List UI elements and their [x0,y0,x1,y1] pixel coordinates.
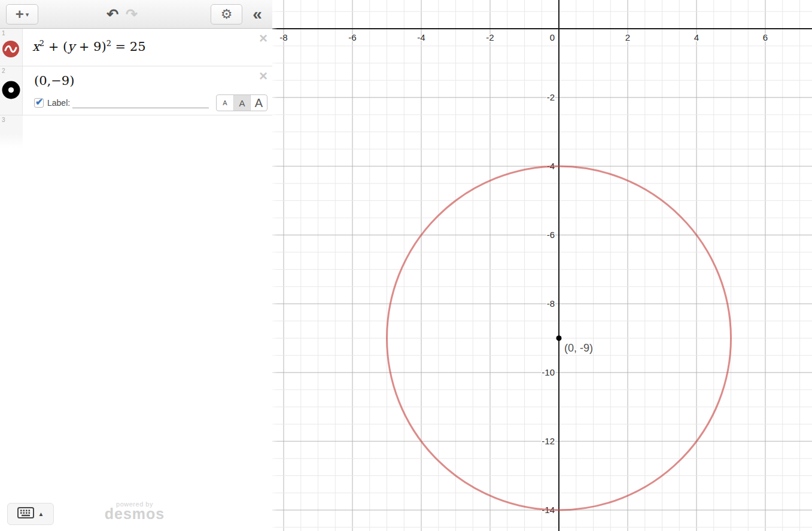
toolbar: + ▾ ↶ ↷ ⚙ « [0,0,272,29]
expression-row-3-empty[interactable]: 3 [0,115,272,148]
row-index: 1 [2,30,5,36]
label-size-button[interactable]: A [233,95,250,111]
svg-text:-4: -4 [417,32,425,42]
graph-canvas[interactable]: -8-6-4-20246-2-4-6-8-10-12-14(0, -9) [268,0,812,531]
undo-button[interactable]: ↶ [103,5,122,24]
svg-text:2: 2 [625,32,630,42]
equation-text[interactable]: x2 + (y + 9)2 = 25 [32,39,146,54]
redo-icon: ↷ [126,6,138,23]
desmos-logo-text: desmos [93,508,177,520]
show-keyboard-button[interactable]: ▲ [7,503,54,525]
svg-text:-6: -6 [547,230,555,240]
expression-row-1[interactable]: 1 x2 + (y + 9)2 = 25 × [0,29,272,66]
undo-icon: ↶ [107,6,118,23]
svg-text:0: 0 [550,32,555,42]
label-size-button[interactable]: A [217,95,233,111]
plus-icon: + [16,7,24,22]
point-style-icon[interactable] [2,81,20,102]
svg-text:-2: -2 [547,92,555,102]
checkmark-icon: ✔ [35,96,43,108]
label-input[interactable] [72,97,209,108]
collapse-panel-button[interactable]: « [245,2,269,26]
svg-text:-8: -8 [279,32,287,42]
svg-text:6: 6 [763,32,768,42]
expression-row-2[interactable]: 2 (0,−9) × ✔ Label: [0,66,272,115]
graph-settings-button[interactable]: ⚙ [211,4,242,25]
label-options-row: ✔ Label: A A A [34,95,267,111]
row-index: 2 [2,68,5,74]
desmos-watermark: powered by desmos [93,501,177,520]
curve-color-icon[interactable] [2,40,20,60]
label-size-button[interactable]: A [250,95,267,111]
add-expression-button[interactable]: + ▾ [6,4,38,25]
label-size-group: A A A [216,94,267,111]
chevron-up-icon: ▲ [38,511,44,517]
svg-text:-12: -12 [542,436,555,446]
chevrons-left-icon: « [253,5,262,24]
label-checkbox[interactable]: ✔ [34,98,44,108]
point-text[interactable]: (0,−9) [34,74,74,88]
chevron-down-icon: ▾ [26,11,29,19]
redo-button[interactable]: ↷ [122,5,141,24]
expression-content[interactable]: (0,−9) × ✔ Label: A A A [23,66,272,115]
gear-icon: ⚙ [221,7,233,22]
svg-text:-8: -8 [547,298,555,309]
close-icon[interactable]: × [259,69,267,83]
expression-content[interactable]: x2 + (y + 9)2 = 25 × [23,29,272,66]
svg-text:(0, -9): (0, -9) [564,342,593,354]
desmos-app: + ▾ ↶ ↷ ⚙ « 1 [0,0,812,531]
row-index: 3 [2,117,5,123]
keyboard-icon [17,507,34,521]
label-caption: Label: [47,98,70,108]
expression-list: 1 x2 + (y + 9)2 = 25 × 2 [0,29,272,148]
svg-text:-10: -10 [542,367,555,377]
close-icon[interactable]: × [259,31,267,45]
expression-panel: + ▾ ↶ ↷ ⚙ « 1 [0,0,272,531]
svg-text:-6: -6 [348,32,356,42]
graph-paper[interactable]: -8-6-4-20246-2-4-6-8-10-12-14(0, -9) [268,0,812,531]
svg-text:4: 4 [694,32,699,42]
svg-text:-2: -2 [486,32,494,42]
